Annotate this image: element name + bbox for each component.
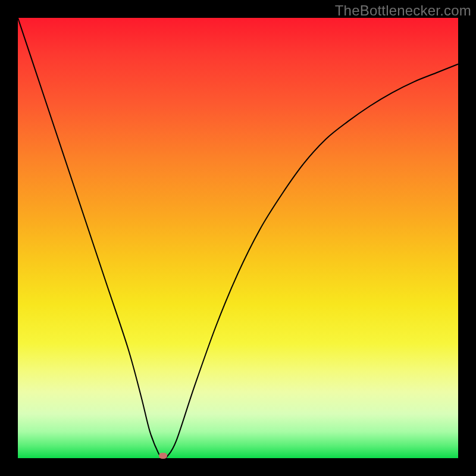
minimum-marker [159,453,167,459]
bottleneck-curve [18,18,458,458]
attribution-text: TheBottlenecker.com [335,2,471,19]
curve-path [18,18,458,458]
plot-area [18,18,458,458]
chart-frame: TheBottlenecker.com [0,0,476,476]
